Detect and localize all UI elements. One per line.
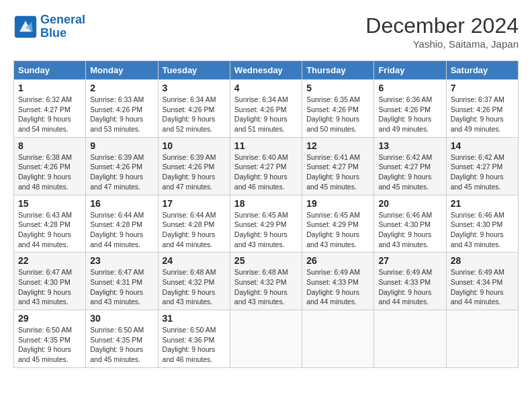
day-number: 7 (451, 83, 514, 93)
day-number: 17 (163, 198, 226, 209)
day-number: 16 (90, 198, 153, 209)
calendar-cell: 28Sunrise: 6:49 AMSunset: 4:34 PMDayligh… (446, 253, 518, 310)
calendar-week-row: 8Sunrise: 6:38 AMSunset: 4:26 PMDaylight… (14, 137, 519, 195)
day-info: Sunrise: 6:48 AMSunset: 4:32 PMDaylight:… (163, 267, 226, 307)
calendar-cell: 12Sunrise: 6:41 AMSunset: 4:27 PMDayligh… (302, 137, 374, 195)
day-info: Sunrise: 6:48 AMSunset: 4:32 PMDaylight:… (234, 267, 298, 307)
day-info: Sunrise: 6:47 AMSunset: 4:31 PMDaylight:… (90, 267, 153, 307)
calendar-cell: 11Sunrise: 6:40 AMSunset: 4:27 PMDayligh… (230, 137, 302, 195)
weekday-header-tuesday: Tuesday (158, 61, 230, 80)
calendar-week-row: 22Sunrise: 6:47 AMSunset: 4:30 PMDayligh… (14, 253, 519, 310)
day-info: Sunrise: 6:43 AMSunset: 4:28 PMDaylight:… (18, 210, 81, 250)
calendar-cell: 4Sunrise: 6:34 AMSunset: 4:26 PMDaylight… (230, 80, 302, 138)
calendar-cell: 21Sunrise: 6:46 AMSunset: 4:30 PMDayligh… (446, 195, 518, 253)
title-block: December 2024 Yashio, Saitama, Japan (365, 13, 519, 50)
weekday-header-thursday: Thursday (302, 61, 374, 80)
day-info: Sunrise: 6:40 AMSunset: 4:27 PMDaylight:… (234, 152, 298, 192)
day-info: Sunrise: 6:46 AMSunset: 4:30 PMDaylight:… (378, 210, 441, 250)
day-number: 23 (90, 255, 153, 266)
calendar-cell: 14Sunrise: 6:42 AMSunset: 4:27 PMDayligh… (446, 137, 518, 195)
day-info: Sunrise: 6:34 AMSunset: 4:26 PMDaylight:… (234, 95, 298, 134)
calendar-cell: 6Sunrise: 6:36 AMSunset: 4:26 PMDaylight… (374, 80, 446, 138)
day-number: 18 (234, 198, 298, 209)
calendar-cell: 23Sunrise: 6:47 AMSunset: 4:31 PMDayligh… (86, 253, 158, 310)
calendar-cell: 29Sunrise: 6:50 AMSunset: 4:35 PMDayligh… (14, 310, 86, 368)
calendar-cell: 17Sunrise: 6:44 AMSunset: 4:28 PMDayligh… (158, 195, 230, 253)
day-info: Sunrise: 6:42 AMSunset: 4:27 PMDaylight:… (451, 152, 514, 192)
weekday-header-row: SundayMondayTuesdayWednesdayThursdayFrid… (14, 61, 519, 80)
calendar-cell: 2Sunrise: 6:33 AMSunset: 4:26 PMDaylight… (86, 80, 158, 138)
day-number: 5 (306, 83, 369, 93)
day-info: Sunrise: 6:46 AMSunset: 4:30 PMDaylight:… (451, 210, 514, 250)
day-number: 13 (378, 140, 441, 151)
calendar-cell: 5Sunrise: 6:35 AMSunset: 4:26 PMDaylight… (302, 80, 374, 138)
weekday-header-sunday: Sunday (14, 61, 86, 80)
day-number: 30 (90, 313, 153, 324)
day-number: 8 (18, 140, 81, 151)
day-info: Sunrise: 6:39 AMSunset: 4:26 PMDaylight:… (90, 152, 153, 192)
calendar-cell: 27Sunrise: 6:49 AMSunset: 4:33 PMDayligh… (374, 253, 446, 310)
day-info: Sunrise: 6:50 AMSunset: 4:36 PMDaylight:… (163, 325, 226, 365)
day-number: 20 (378, 198, 441, 209)
calendar-cell: 13Sunrise: 6:42 AMSunset: 4:27 PMDayligh… (374, 137, 446, 195)
calendar-cell (302, 310, 374, 368)
page-header: General Blue December 2024 Yashio, Saita… (13, 13, 519, 50)
day-number: 11 (234, 140, 298, 151)
day-number: 15 (18, 198, 81, 209)
day-info: Sunrise: 6:42 AMSunset: 4:27 PMDaylight:… (378, 152, 441, 192)
day-number: 25 (234, 255, 298, 266)
calendar-cell: 25Sunrise: 6:48 AMSunset: 4:32 PMDayligh… (230, 253, 302, 310)
calendar-cell: 30Sunrise: 6:50 AMSunset: 4:35 PMDayligh… (86, 310, 158, 368)
day-info: Sunrise: 6:41 AMSunset: 4:27 PMDaylight:… (306, 152, 369, 192)
day-info: Sunrise: 6:34 AMSunset: 4:26 PMDaylight:… (163, 95, 226, 134)
day-info: Sunrise: 6:39 AMSunset: 4:26 PMDaylight:… (163, 152, 226, 192)
calendar-cell: 26Sunrise: 6:49 AMSunset: 4:33 PMDayligh… (302, 253, 374, 310)
calendar-cell: 31Sunrise: 6:50 AMSunset: 4:36 PMDayligh… (158, 310, 230, 368)
weekday-header-friday: Friday (374, 61, 446, 80)
calendar-week-row: 29Sunrise: 6:50 AMSunset: 4:35 PMDayligh… (14, 310, 519, 368)
day-number: 26 (306, 255, 369, 266)
day-number: 22 (18, 255, 81, 266)
day-number: 1 (18, 83, 81, 93)
day-number: 21 (451, 198, 514, 209)
weekday-header-saturday: Saturday (446, 61, 518, 80)
day-info: Sunrise: 6:45 AMSunset: 4:29 PMDaylight:… (234, 210, 298, 250)
weekday-header-wednesday: Wednesday (230, 61, 302, 80)
calendar-cell: 18Sunrise: 6:45 AMSunset: 4:29 PMDayligh… (230, 195, 302, 253)
calendar-cell: 3Sunrise: 6:34 AMSunset: 4:26 PMDaylight… (158, 80, 230, 138)
day-number: 4 (234, 83, 298, 93)
day-info: Sunrise: 6:49 AMSunset: 4:33 PMDaylight:… (306, 267, 369, 307)
logo-text: General Blue (40, 13, 85, 40)
day-number: 2 (90, 83, 153, 93)
day-info: Sunrise: 6:44 AMSunset: 4:28 PMDaylight:… (90, 210, 153, 250)
calendar-cell: 7Sunrise: 6:37 AMSunset: 4:26 PMDaylight… (446, 80, 518, 138)
calendar-cell: 1Sunrise: 6:32 AMSunset: 4:27 PMDaylight… (14, 80, 86, 138)
day-number: 10 (163, 140, 226, 151)
day-number: 12 (306, 140, 369, 151)
calendar-cell (230, 310, 302, 368)
logo: General Blue (13, 13, 85, 40)
day-number: 28 (451, 255, 514, 266)
month-title: December 2024 (365, 13, 519, 38)
day-number: 27 (378, 255, 441, 266)
day-number: 14 (451, 140, 514, 151)
calendar-cell: 24Sunrise: 6:48 AMSunset: 4:32 PMDayligh… (158, 253, 230, 310)
day-number: 3 (163, 83, 226, 93)
calendar-table: SundayMondayTuesdayWednesdayThursdayFrid… (13, 60, 519, 368)
calendar-cell (374, 310, 446, 368)
day-info: Sunrise: 6:37 AMSunset: 4:26 PMDaylight:… (451, 95, 514, 134)
calendar-week-row: 15Sunrise: 6:43 AMSunset: 4:28 PMDayligh… (14, 195, 519, 253)
location-subtitle: Yashio, Saitama, Japan (365, 38, 519, 50)
day-info: Sunrise: 6:50 AMSunset: 4:35 PMDaylight:… (18, 325, 81, 365)
calendar-cell: 22Sunrise: 6:47 AMSunset: 4:30 PMDayligh… (14, 253, 86, 310)
calendar-week-row: 1Sunrise: 6:32 AMSunset: 4:27 PMDaylight… (14, 80, 519, 138)
calendar-cell: 16Sunrise: 6:44 AMSunset: 4:28 PMDayligh… (86, 195, 158, 253)
day-info: Sunrise: 6:35 AMSunset: 4:26 PMDaylight:… (306, 95, 369, 134)
calendar-cell (446, 310, 518, 368)
day-info: Sunrise: 6:45 AMSunset: 4:29 PMDaylight:… (306, 210, 369, 250)
day-info: Sunrise: 6:36 AMSunset: 4:26 PMDaylight:… (378, 95, 441, 134)
day-info: Sunrise: 6:33 AMSunset: 4:26 PMDaylight:… (90, 95, 153, 134)
day-number: 29 (18, 313, 81, 324)
day-info: Sunrise: 6:49 AMSunset: 4:33 PMDaylight:… (378, 267, 441, 307)
weekday-header-monday: Monday (86, 61, 158, 80)
